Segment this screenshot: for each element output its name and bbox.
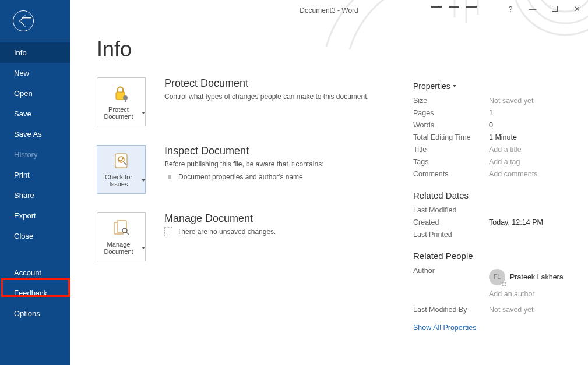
- properties-pane: Properties SizeNot saved yet Pages1 Word…: [413, 81, 576, 332]
- show-all-properties-link[interactable]: Show All Properties: [413, 324, 476, 332]
- protect-desc: Control what types of changes people can…: [164, 92, 369, 102]
- author-key: Author: [413, 267, 489, 275]
- properties-label: Properties: [413, 81, 450, 91]
- inspect-bullet: Document properties and author's name: [164, 173, 324, 181]
- prop-editing-time-key: Total Editing Time: [413, 133, 489, 141]
- prop-size-key: Size: [413, 97, 489, 105]
- inspect-title: Inspect Document: [164, 145, 324, 157]
- protect-button-label: Protect Document: [97, 106, 140, 120]
- back-arrow-icon: [19, 15, 31, 27]
- inspect-icon: [112, 151, 131, 170]
- sidebar-menu-top: Info New Open Save Save As History Print…: [0, 42, 70, 246]
- author-entry[interactable]: PL Prateek Lakhera: [489, 267, 576, 286]
- sidebar-item-account[interactable]: Account: [0, 263, 70, 283]
- date-last-printed-value: [489, 231, 576, 239]
- manage-button-label: Manage Document: [97, 241, 140, 255]
- svg-point-4: [123, 95, 128, 100]
- help-button[interactable]: ?: [505, 3, 516, 14]
- prop-comments-key: Comments: [413, 170, 489, 178]
- caret-down-icon: [142, 112, 145, 114]
- inspect-document-card: Check for Issues Inspect Document Before…: [97, 145, 413, 194]
- main-area: Document3 - Word ? — ✕ Info Protect Docu…: [70, 0, 588, 365]
- related-people-title: Related People: [413, 251, 576, 261]
- doc-placeholder-icon: [164, 227, 172, 236]
- manage-doc-icon: [112, 219, 131, 238]
- prop-tags-key: Tags: [413, 158, 489, 166]
- maximize-button[interactable]: [550, 3, 560, 14]
- date-last-printed-key: Last Printed: [413, 231, 489, 239]
- window-title: Document3 - Word: [300, 6, 358, 15]
- last-modified-by-key: Last Modified By: [413, 306, 489, 314]
- page-title: Info: [97, 37, 132, 62]
- sidebar-item-open[interactable]: Open: [0, 83, 70, 104]
- prop-comments-value[interactable]: Add comments: [489, 170, 576, 178]
- minimize-button[interactable]: —: [527, 3, 538, 14]
- sidebar-item-close[interactable]: Close: [0, 226, 70, 246]
- sidebar-item-history: History: [0, 144, 70, 165]
- inspect-button-label: Check for Issues: [97, 173, 140, 187]
- sidebar-item-save[interactable]: Save: [0, 104, 70, 124]
- sidebar-item-export[interactable]: Export: [0, 205, 70, 226]
- prop-pages-value: 1: [489, 109, 576, 117]
- sidebar-item-share[interactable]: Share: [0, 185, 70, 205]
- protect-document-card: Protect Document Protect Document Contro…: [97, 77, 413, 126]
- manage-title: Manage Document: [164, 212, 276, 225]
- author-name: Prateek Lakhera: [510, 273, 564, 281]
- svg-rect-5: [125, 100, 126, 102]
- info-cards: Protect Document Protect Document Contro…: [97, 77, 413, 261]
- prop-editing-time-value: 1 Minute: [489, 133, 576, 141]
- prop-title-value[interactable]: Add a title: [489, 146, 576, 154]
- svg-rect-9: [117, 221, 126, 232]
- sidebar-item-save-as[interactable]: Save As: [0, 124, 70, 144]
- prop-words-key: Words: [413, 121, 489, 129]
- close-button[interactable]: ✕: [572, 3, 582, 14]
- manage-document-card: Manage Document Manage Document There ar…: [97, 212, 413, 261]
- protect-text: Protect Document Control what types of c…: [164, 77, 369, 126]
- manage-no-changes: There are no unsaved changes.: [177, 228, 276, 236]
- sidebar-divider: [0, 40, 70, 40]
- prop-tags-value[interactable]: Add a tag: [489, 158, 576, 166]
- inspect-text: Inspect Document Before publishing this …: [164, 145, 324, 194]
- window-controls: ? — ✕: [505, 3, 582, 14]
- manage-document-button[interactable]: Manage Document: [97, 212, 146, 261]
- title-bar: Document3 - Word ? — ✕: [70, 0, 588, 21]
- date-last-modified-value: [489, 206, 576, 214]
- prop-size-value: Not saved yet: [489, 97, 576, 105]
- avatar: PL: [489, 269, 505, 285]
- sidebar-item-info[interactable]: Info: [0, 42, 70, 63]
- caret-down-icon: [142, 179, 145, 182]
- caret-down-icon: [453, 85, 456, 87]
- protect-title: Protect Document: [164, 77, 369, 90]
- properties-dropdown[interactable]: Properties: [413, 81, 456, 91]
- sidebar-item-feedback[interactable]: Feedback: [0, 283, 70, 303]
- manage-text: Manage Document There are no unsaved cha…: [164, 212, 276, 261]
- date-last-modified-key: Last Modified: [413, 206, 489, 214]
- prop-words-value: 0: [489, 121, 576, 129]
- inspect-desc: Before publishing this file, be aware th…: [164, 160, 324, 169]
- sidebar-item-print[interactable]: Print: [0, 165, 70, 185]
- sidebar-menu-bottom: Account Feedback Options: [0, 263, 70, 324]
- protect-document-button[interactable]: Protect Document: [97, 77, 146, 126]
- date-created-value: Today, 12:14 PM: [489, 218, 576, 226]
- presence-icon: [502, 282, 506, 286]
- sidebar-item-new[interactable]: New: [0, 63, 70, 83]
- last-modified-by-value: Not saved yet: [489, 306, 576, 314]
- check-issues-button[interactable]: Check for Issues: [97, 145, 146, 194]
- date-created-key: Created: [413, 218, 489, 226]
- caret-down-icon: [142, 247, 145, 249]
- related-dates-title: Related Dates: [413, 190, 576, 200]
- add-author[interactable]: Add an author: [489, 290, 576, 298]
- sidebar-item-options[interactable]: Options: [0, 303, 70, 324]
- prop-pages-key: Pages: [413, 109, 489, 117]
- prop-title-key: Title: [413, 146, 489, 154]
- backstage-sidebar: Info New Open Save Save As History Print…: [0, 0, 70, 365]
- lock-icon: [112, 84, 131, 102]
- back-button[interactable]: [13, 10, 34, 31]
